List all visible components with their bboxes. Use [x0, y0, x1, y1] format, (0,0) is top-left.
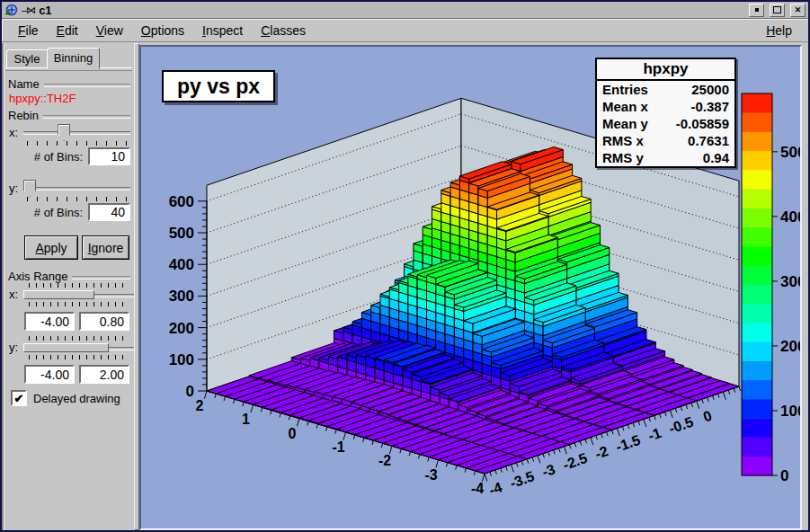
x-range-slider-bar[interactable] — [23, 290, 94, 299]
axis-tick-label: -1 — [332, 439, 344, 455]
axis-tick-label: 2 — [196, 398, 204, 413]
stats-row: RMS x0.7631 — [597, 132, 734, 149]
titlebar[interactable]: –⋈ c1 ✕ — [2, 2, 808, 19]
delayed-drawing-row: ✔ Delayed drawing — [11, 390, 120, 406]
rebin-x-slider-ticks — [27, 141, 128, 146]
svg-text:300: 300 — [780, 273, 800, 290]
menu-help[interactable]: Help — [757, 21, 801, 40]
rebin-y-slider-ticks — [27, 197, 128, 201]
axis-tick-label: 100 — [169, 351, 194, 368]
tab-style[interactable]: Style — [6, 49, 48, 68]
y-range-ticks-bottom — [29, 355, 128, 359]
histogram-title-box[interactable]: py vs px — [162, 70, 275, 102]
x-max-entry[interactable] — [79, 312, 129, 331]
x-range-slider[interactable] — [23, 289, 136, 300]
svg-text:100: 100 — [780, 403, 800, 420]
menu-edit[interactable]: Edit — [48, 21, 87, 40]
color-palette[interactable]: 0100200300400500 — [742, 93, 800, 484]
rebin-x-slider-thumb[interactable] — [58, 124, 70, 141]
name-group-label: Name — [8, 77, 130, 91]
delayed-drawing-checkbox[interactable]: ✔ — [11, 390, 27, 406]
y-range-slider[interactable] — [23, 342, 136, 353]
axis-tick-label: -3 — [540, 461, 557, 480]
axis-tick-label: -4 — [471, 481, 484, 496]
y-bins-row: # of Bins: — [4, 203, 130, 221]
minimize-button[interactable] — [749, 4, 764, 17]
axis-tick-label: -0.5 — [667, 414, 696, 437]
rebin-x-label: x: — [9, 126, 18, 139]
axis-tick-label: -1.5 — [614, 432, 643, 455]
rebin-y-row: y: — [9, 180, 130, 196]
editor-panel: Style Binning Name hpxpy::TH2F Rebin x: … — [2, 43, 134, 530]
delayed-drawing-label: Delayed drawing — [33, 392, 120, 405]
x-bins-entry[interactable] — [88, 147, 130, 165]
x-bins-label: # of Bins: — [34, 150, 83, 164]
maximize-icon — [773, 6, 781, 13]
close-button[interactable]: ✕ — [790, 4, 806, 17]
root-canvas-window: –⋈ c1 ✕ File Edit View Options Inspect C… — [0, 0, 810, 532]
y-range-label: y: — [9, 341, 18, 354]
apply-button[interactable]: Apply — [24, 235, 78, 260]
menu-inspect[interactable]: Inspect — [193, 21, 252, 40]
axis-tick-label: 0 — [289, 426, 297, 441]
stats-row: Mean y-0.05859 — [597, 115, 734, 132]
minimize-icon — [755, 8, 759, 12]
axis-tick-label: -2 — [593, 443, 610, 462]
axis-tick-label: 1 — [242, 412, 250, 427]
menubar: File Edit View Options Inspect Classes H… — [2, 19, 808, 42]
menu-view[interactable]: View — [87, 21, 132, 40]
menu-file[interactable]: File — [9, 21, 48, 40]
x-range-ticks-bottom — [29, 302, 128, 306]
rebin-x-slider[interactable] — [23, 124, 130, 140]
stats-title: hpxpy — [597, 59, 734, 81]
svg-text:200: 200 — [780, 338, 800, 355]
axis-tick-label: -3.5 — [508, 468, 537, 491]
axis-tick-label: 0 — [701, 407, 714, 424]
ignore-button[interactable]: Ignore — [82, 235, 129, 260]
rebin-y-slider-thumb[interactable] — [23, 180, 36, 197]
y-max-entry[interactable] — [79, 365, 129, 384]
x-bins-row: # of Bins: — [4, 147, 130, 165]
stats-row: Mean x-0.387 — [597, 98, 734, 115]
axis-range-group-label: Axis Range — [8, 270, 130, 283]
rebin-y-slider[interactable] — [23, 180, 130, 196]
y-bins-entry[interactable] — [88, 203, 130, 221]
root-canvas[interactable]: 0100200300400500600210-1-2-3-4-4-3.5-3-2… — [139, 45, 802, 530]
axis-tick-label: 200 — [169, 320, 194, 337]
svg-text:500: 500 — [780, 144, 800, 161]
y-bins-label: # of Bins: — [34, 206, 83, 219]
x-min-entry[interactable] — [24, 312, 75, 331]
axis-tick-label: -2 — [378, 453, 391, 468]
svg-text:0: 0 — [780, 467, 788, 484]
root-logo-icon[interactable] — [4, 4, 18, 17]
menu-classes[interactable]: Classes — [252, 21, 315, 40]
axis-tick-label: 400 — [169, 256, 194, 273]
x-range-row: x: — [9, 288, 130, 301]
menu-options[interactable]: Options — [132, 21, 193, 40]
axis-tick-label: -1 — [646, 425, 663, 444]
axis-tick-label: -2.5 — [561, 450, 590, 473]
tab-binning[interactable]: Binning — [47, 48, 100, 69]
stats-box[interactable]: hpxpy Entries25000 Mean x-0.387 Mean y-0… — [595, 58, 736, 168]
y-range-slider-bar[interactable] — [23, 343, 109, 352]
window-title: c1 — [39, 4, 743, 17]
pin-icon[interactable]: –⋈ — [22, 4, 35, 16]
svg-text:400: 400 — [780, 208, 800, 226]
stats-row: Entries25000 — [597, 81, 734, 98]
rebin-y-label: y: — [9, 182, 18, 195]
axis-tick-label: 600 — [169, 193, 194, 210]
object-name: hpxpy::TH2F — [9, 92, 76, 105]
rebin-x-row: x: — [9, 124, 130, 140]
axis-tick-label: -3 — [424, 467, 437, 483]
axis-tick-label: -4 — [487, 479, 504, 498]
axis-tick-label: 0 — [186, 383, 194, 400]
maximize-button[interactable] — [770, 4, 785, 17]
stats-row: RMS y0.94 — [597, 149, 734, 166]
y-range-row: y: — [9, 341, 130, 354]
y-min-entry[interactable] — [24, 365, 75, 384]
x-range-label: x: — [9, 288, 18, 301]
axis-tick-label: 300 — [169, 288, 194, 305]
rebin-group-label: Rebin — [8, 109, 130, 122]
axis-tick-label: 500 — [169, 225, 194, 242]
